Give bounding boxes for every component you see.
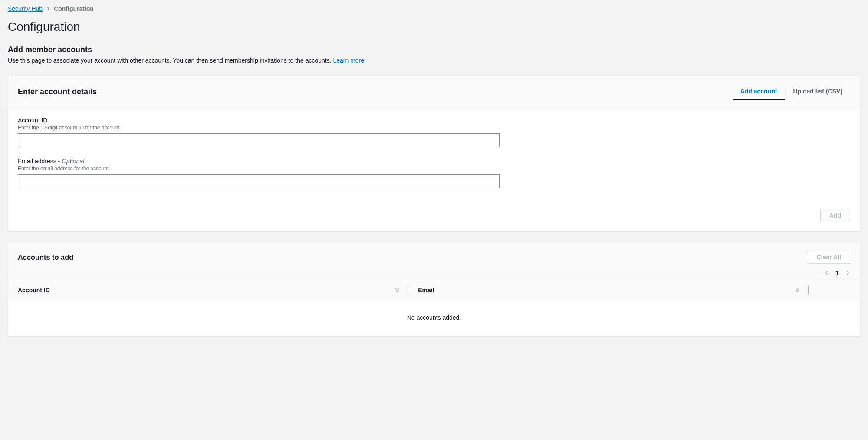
sort-icon: ▽ (395, 288, 399, 293)
section-subtitle: Add member accounts (8, 45, 860, 54)
tab-upload-csv[interactable]: Upload list (CSV) (785, 83, 850, 100)
account-id-help: Enter the 12-digit account ID for the ac… (18, 125, 500, 131)
column-header-actions (809, 281, 860, 299)
breadcrumb-current: Configuration (54, 5, 94, 12)
add-button[interactable]: Add (820, 209, 850, 222)
enter-panel-title: Enter account details (18, 87, 97, 96)
pagination-page-number: 1 (835, 270, 839, 277)
column-header-account-id-label: Account ID (18, 287, 50, 294)
enter-panel-header: Enter account details Add account Upload… (8, 76, 860, 108)
column-header-email-label: Email (418, 287, 434, 294)
enter-account-details-panel: Enter account details Add account Upload… (8, 75, 860, 231)
email-field: Email address - Optional Enter the email… (18, 158, 500, 188)
section-description: Use this page to associate your account … (8, 57, 860, 64)
pagination: 1 (18, 270, 850, 277)
email-input[interactable] (18, 174, 500, 188)
breadcrumb-root-link[interactable]: Security Hub (8, 5, 43, 12)
email-optional-tag: Optional (62, 158, 84, 165)
email-label-text: Email address - (18, 158, 62, 165)
email-help: Enter the email address for the account (18, 165, 500, 172)
chevron-right-icon (46, 5, 50, 12)
account-id-input[interactable] (18, 133, 500, 147)
clear-all-button[interactable]: Clear All (808, 251, 850, 264)
account-id-field: Account ID Enter the 12-digit account ID… (18, 117, 500, 147)
accounts-panel-header: Accounts to add Clear All 1 (8, 243, 860, 281)
column-header-account-id[interactable]: Account ID ▽ (8, 281, 408, 299)
table-empty-message: No accounts added. (8, 299, 860, 336)
column-header-email[interactable]: Email ▽ (408, 281, 809, 299)
breadcrumb: Security Hub Configuration (8, 5, 860, 12)
enter-panel-footer: Add (8, 207, 860, 231)
sort-icon: ▽ (796, 288, 799, 293)
section-description-text: Use this page to associate your account … (8, 57, 333, 64)
accounts-to-add-panel: Accounts to add Clear All 1 Account ID ▽ (8, 242, 860, 336)
account-id-label: Account ID (18, 117, 500, 124)
enter-panel-body: Account ID Enter the 12-digit account ID… (8, 108, 860, 207)
email-label: Email address - Optional (18, 158, 500, 165)
pagination-prev-icon[interactable] (824, 270, 829, 277)
accounts-table: Account ID ▽ Email ▽ No accounts added. (8, 281, 860, 336)
learn-more-link[interactable]: Learn more (333, 57, 364, 64)
pagination-next-icon[interactable] (845, 270, 850, 277)
entry-mode-tabs: Add account Upload list (CSV) (733, 83, 850, 100)
table-empty-row: No accounts added. (8, 299, 860, 336)
accounts-panel-title: Accounts to add (18, 253, 73, 261)
page-title: Configuration (8, 20, 860, 34)
tab-add-account[interactable]: Add account (733, 83, 785, 100)
